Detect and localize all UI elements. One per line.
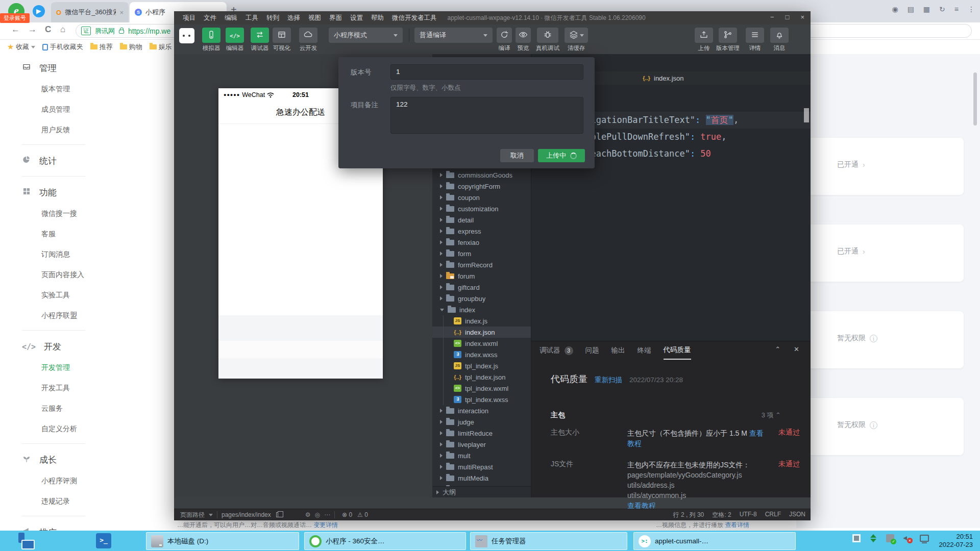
sidebar-item-小程序联盟[interactable]: 小程序联盟 xyxy=(19,306,85,326)
sidebar-section-管理[interactable]: 管理 xyxy=(19,56,85,79)
sidebar-item-自定义分析[interactable]: 自定义分析 xyxy=(19,419,85,439)
browser-more-icon[interactable]: ⋮ xyxy=(968,5,975,13)
sidebar-item-订阅消息[interactable]: 订阅消息 xyxy=(19,244,85,265)
toolbar-button-版本管理[interactable]: 版本管理 xyxy=(715,28,741,52)
tree-item-detail[interactable]: detail xyxy=(432,214,531,226)
strip-right-link[interactable]: 查看详情 xyxy=(725,521,749,528)
devtools-title-bar[interactable]: 项目文件编辑工具转到选择视图界面设置帮助微信开发者工具 applet-cusma… xyxy=(174,11,811,24)
browser-send-icon[interactable] xyxy=(33,5,45,17)
tree-item-tpl_index.wxml[interactable]: <>tpl_index.wxml xyxy=(432,383,531,394)
sidebar-item-客服[interactable]: 客服 xyxy=(19,224,85,244)
tree-item-coupon[interactable]: coupon xyxy=(432,192,531,203)
browser-refresh-icon[interactable]: ↻ xyxy=(939,5,945,13)
browser-user-icon[interactable]: ◉ xyxy=(892,5,898,13)
sidebar-item-微信搜一搜[interactable]: 微信搜一搜 xyxy=(19,204,85,224)
tray-volume-muted-icon[interactable] xyxy=(903,534,911,542)
status-badge[interactable]: 已开通› xyxy=(837,247,865,256)
sidebar-section-开发[interactable]: </>开发 xyxy=(19,335,85,358)
browser-grid-icon[interactable]: ▦ xyxy=(923,5,930,13)
path-label[interactable]: 页面路径 xyxy=(180,511,205,519)
panel-collapse-icon[interactable]: ⌃ xyxy=(775,345,780,353)
bookmark-item[interactable]: 手机收藏夹 xyxy=(42,42,83,52)
tree-item-formRecord[interactable]: formRecord xyxy=(432,259,531,270)
page-scrollbar[interactable] xyxy=(973,72,977,126)
uploading-button[interactable]: 上传中 xyxy=(538,149,585,162)
toolbar-button-编译[interactable]: 编译 xyxy=(496,28,513,52)
minimize-button[interactable]: − xyxy=(770,11,774,23)
panel-tab-终端[interactable]: 终端 xyxy=(638,345,651,360)
error-count[interactable]: ⊗ 0 xyxy=(342,511,352,518)
taskbar-app-2[interactable]: 小程序 - 360安全… xyxy=(304,532,466,550)
user-avatar[interactable] xyxy=(179,28,194,43)
menu-item-转到[interactable]: 转到 xyxy=(263,11,283,24)
taskbar-clock[interactable]: 20:51 2022-07-23 xyxy=(939,533,973,549)
sidebar-item-开发管理[interactable]: 开发管理 xyxy=(19,358,85,378)
tree-item-giftcard[interactable]: giftcard xyxy=(432,282,531,293)
tree-item-limitReduce[interactable]: limitReduce xyxy=(432,428,531,439)
sidebar-item-实验工具[interactable]: 实验工具 xyxy=(19,285,85,306)
tree-item-index.js[interactable]: JSindex.js xyxy=(432,315,531,327)
cursor-position[interactable]: 行 2 , 列 30 xyxy=(673,511,704,519)
tree-item-interaction[interactable]: interaction xyxy=(432,405,531,416)
tree-item-tpl_index.wxss[interactable]: ∃tpl_index.wxss xyxy=(432,394,531,405)
indent-setting[interactable]: 空格: 2 xyxy=(712,511,731,519)
menu-item-选择[interactable]: 选择 xyxy=(284,11,304,24)
statusbar-more-icon[interactable]: ⋯ xyxy=(324,511,330,518)
back-icon[interactable]: ← xyxy=(11,24,20,35)
taskbar-quicklaunch-icon[interactable] xyxy=(17,533,35,549)
menu-item-视图[interactable]: 视图 xyxy=(305,11,325,24)
quality-group-count[interactable]: 3 项 ⌃ xyxy=(762,411,781,420)
tray-usb-icon[interactable] xyxy=(886,534,894,542)
status-badge[interactable]: 暂无权限i xyxy=(837,334,877,343)
sidebar-item-违规记录[interactable]: 违规记录 xyxy=(19,491,85,512)
tree-item-index.wxml[interactable]: <>index.wxml xyxy=(432,338,531,349)
toolbar-button-调试器[interactable]: 调试器 xyxy=(248,28,272,52)
tray-updown-icon[interactable] xyxy=(869,534,877,542)
tree-item-copyrightForm[interactable]: copyrightForm xyxy=(432,181,531,192)
version-input[interactable]: 1 xyxy=(390,64,583,80)
toolbar-button-详情[interactable]: 详情 xyxy=(742,28,768,52)
menu-item-界面[interactable]: 界面 xyxy=(326,11,346,24)
close-button[interactable]: × xyxy=(800,11,804,23)
language-mode[interactable]: JSON xyxy=(789,511,805,519)
panel-close-icon[interactable]: ✕ xyxy=(794,345,799,353)
menu-item-帮助[interactable]: 帮助 xyxy=(368,11,387,24)
menu-item-设置[interactable]: 设置 xyxy=(347,11,366,24)
statusbar-bug-icon[interactable]: ⚙ xyxy=(305,511,311,518)
reload-icon[interactable]: C xyxy=(45,24,51,35)
tree-item-customization[interactable]: customization xyxy=(432,203,531,214)
toolbar-button-消息[interactable]: 消息 xyxy=(766,28,793,52)
browser-wifi-icon[interactable]: ▤ xyxy=(908,5,914,13)
sidebar-section-功能[interactable]: 功能 xyxy=(19,181,85,204)
tree-item-express[interactable]: express xyxy=(432,226,531,237)
toolbar-button-云开发[interactable]: 云开发 xyxy=(297,28,320,52)
sidebar-section-统计[interactable]: 统计 xyxy=(19,149,85,172)
tab-close-icon[interactable]: × xyxy=(119,9,124,16)
tree-item-index.json[interactable]: {..}index.json xyxy=(432,327,531,338)
tray-hidden-icons[interactable] xyxy=(852,534,861,542)
sidebar-section-成长[interactable]: 成长 xyxy=(19,448,85,471)
tree-item-mult[interactable]: mult xyxy=(432,450,531,461)
taskbar-app-1[interactable]: 本地磁盘 (D:) xyxy=(146,532,299,550)
warning-count[interactable]: ⚠ 0 xyxy=(357,511,368,518)
outline-section[interactable]: 大纲 xyxy=(432,486,531,497)
bookmark-item[interactable]: 娱乐 xyxy=(150,42,172,52)
sidebar-item-版本管理[interactable]: 版本管理 xyxy=(19,79,85,99)
encoding[interactable]: UTF-8 xyxy=(740,511,757,519)
tree-item-form[interactable]: form xyxy=(432,248,531,259)
browser-chrome-icons[interactable]: ◉ ▤ ▦ ↻ ≡ ⋮ xyxy=(892,5,975,13)
powershell-icon[interactable]: >_ xyxy=(96,533,111,548)
toolbar-button-上传[interactable]: 上传 xyxy=(691,28,717,52)
sidebar-item-成员管理[interactable]: 成员管理 xyxy=(19,99,85,120)
toolbar-button-真机调试[interactable]: 真机调试 xyxy=(536,28,559,52)
toolbar-button-预览[interactable]: 预览 xyxy=(514,28,532,52)
cancel-button[interactable]: 取消 xyxy=(500,149,534,162)
menu-item-项目[interactable]: 项目 xyxy=(179,11,199,24)
favorites-button[interactable]: ★ 收藏 xyxy=(7,42,35,52)
toolbar-button-可视化[interactable]: 可视化 xyxy=(270,28,293,52)
sidebar-item-页面内容接入[interactable]: 页面内容接入 xyxy=(19,265,85,285)
tree-item-multMedia[interactable]: multMedia xyxy=(432,472,531,484)
tree-item-tpl_index.json[interactable]: {..}tpl_index.json xyxy=(432,371,531,383)
editor-tab-indexjson[interactable]: {..} index.json xyxy=(643,71,684,85)
copy-icon[interactable] xyxy=(276,512,281,517)
